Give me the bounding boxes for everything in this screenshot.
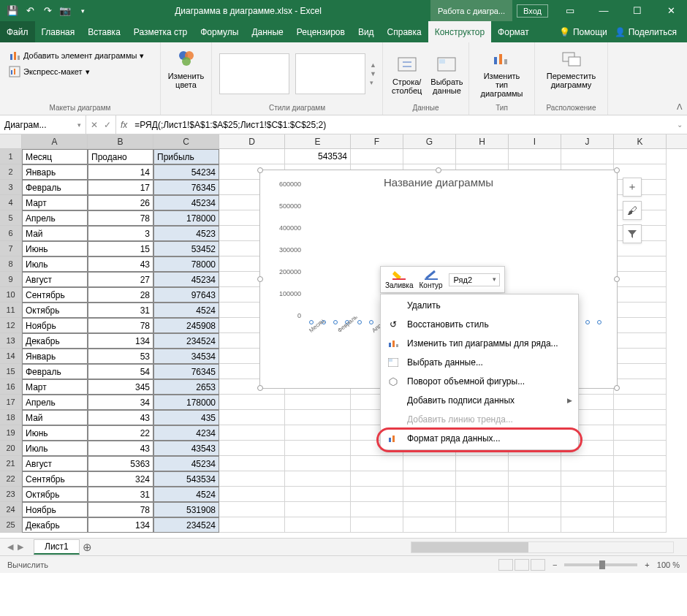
close-icon[interactable]: ✕ [655, 0, 687, 21]
minimize-icon[interactable]: — [588, 0, 620, 21]
cell[interactable]: 28 [88, 287, 153, 303]
cell[interactable]: Прибыль [153, 149, 219, 164]
cell[interactable] [561, 471, 614, 487]
cell[interactable]: Май [22, 410, 88, 425]
row-header[interactable]: 14 [0, 349, 22, 364]
cell[interactable] [614, 517, 667, 533]
cell[interactable] [285, 517, 351, 533]
tab-design[interactable]: Конструктор [428, 21, 491, 42]
cell[interactable] [614, 395, 667, 410]
cell[interactable] [219, 410, 285, 425]
cell[interactable]: 76345 [153, 364, 219, 379]
row-header[interactable]: 1 [0, 149, 22, 164]
cell[interactable] [285, 395, 351, 410]
cell[interactable] [285, 502, 351, 517]
cell[interactable]: 78 [88, 318, 153, 333]
tab-page-layout[interactable]: Разметка стр [127, 21, 194, 42]
cell[interactable]: 45234 [153, 272, 219, 287]
col-header-d[interactable]: D [219, 134, 285, 148]
cell[interactable] [561, 502, 614, 517]
col-header-e[interactable]: E [285, 134, 351, 148]
cell[interactable] [614, 272, 667, 287]
cell[interactable]: 54 [88, 364, 153, 379]
change-colors-button[interactable]: Изменить цвета [167, 45, 205, 91]
tab-review[interactable]: Рецензиров [290, 21, 352, 42]
cell[interactable]: Апрель [22, 395, 88, 410]
cell[interactable]: 543534 [153, 471, 219, 487]
ctx-select-data[interactable]: Выбрать данные... [381, 353, 578, 372]
cell[interactable] [456, 456, 509, 471]
cell[interactable]: 435 [153, 410, 219, 425]
cell[interactable] [614, 149, 667, 164]
undo-icon[interactable]: ↶ [22, 3, 38, 19]
cell[interactable]: 54234 [153, 164, 219, 180]
cell[interactable]: Октябрь [22, 487, 88, 502]
cell[interactable]: 43 [88, 256, 153, 272]
cell[interactable]: 78 [88, 210, 153, 226]
col-header-f[interactable]: F [351, 134, 403, 148]
cell[interactable]: 245908 [153, 318, 219, 333]
series-select[interactable]: Ряд2 [449, 273, 500, 286]
chart-title[interactable]: Название диаграммы [260, 170, 617, 191]
styles-scroll-down[interactable]: ▼ [370, 70, 376, 77]
col-header-h[interactable]: H [456, 134, 509, 148]
cell[interactable] [561, 149, 614, 164]
zoom-slider[interactable] [564, 563, 637, 566]
row-header[interactable]: 16 [0, 379, 22, 395]
cell[interactable] [219, 425, 285, 441]
cell[interactable]: 31 [88, 303, 153, 318]
cell[interactable] [614, 333, 667, 349]
cell[interactable] [351, 487, 403, 502]
cell[interactable] [561, 487, 614, 502]
cell[interactable]: 2653 [153, 379, 219, 395]
view-page-layout-button[interactable] [515, 559, 529, 571]
cell[interactable] [614, 379, 667, 395]
row-header[interactable]: 19 [0, 425, 22, 441]
name-box[interactable]: Диаграм...▾ [0, 115, 86, 134]
cell[interactable]: 4524 [153, 303, 219, 318]
cell[interactable] [219, 502, 285, 517]
cell[interactable]: 178000 [153, 210, 219, 226]
tell-me[interactable]: 💡 Помощи [559, 27, 607, 37]
row-header[interactable]: 24 [0, 502, 22, 517]
change-chart-type-button[interactable]: Изменить тип диаграммы [475, 45, 528, 99]
row-header[interactable]: 8 [0, 256, 22, 272]
cell[interactable] [561, 517, 614, 533]
cell[interactable]: 531908 [153, 502, 219, 517]
row-header[interactable]: 12 [0, 318, 22, 333]
cell[interactable]: Декабрь [22, 333, 88, 349]
cell[interactable]: 3 [88, 226, 153, 241]
cell[interactable]: Февраль [22, 180, 88, 195]
cell[interactable] [614, 456, 667, 471]
cell[interactable]: 17 [88, 180, 153, 195]
tab-help[interactable]: Справка [381, 21, 428, 42]
row-header[interactable]: 15 [0, 364, 22, 379]
cell[interactable]: 5363 [88, 456, 153, 471]
row-header[interactable]: 13 [0, 333, 22, 349]
col-header-c[interactable]: C [153, 134, 219, 148]
cell[interactable]: 43 [88, 441, 153, 456]
cell[interactable] [456, 471, 509, 487]
cell[interactable]: Август [22, 456, 88, 471]
add-sheet-button[interactable]: ⊕ [80, 541, 96, 554]
cell[interactable]: 43543 [153, 441, 219, 456]
cell[interactable]: Март [22, 195, 88, 210]
ribbon-options-icon[interactable]: ▭ [554, 0, 586, 21]
cell[interactable] [219, 487, 285, 502]
col-header-a[interactable]: A [22, 134, 88, 148]
cell[interactable]: 43 [88, 410, 153, 425]
view-normal-button[interactable] [498, 559, 513, 571]
select-data-button[interactable]: Выбрать данные [428, 51, 466, 96]
cell[interactable]: 134 [88, 517, 153, 533]
qat-dropdown-icon[interactable]: ▾ [75, 3, 91, 19]
cell[interactable]: 26 [88, 195, 153, 210]
save-icon[interactable]: 💾 [4, 3, 20, 19]
cell[interactable] [219, 517, 285, 533]
cell[interactable]: 34 [88, 395, 153, 410]
redo-icon[interactable]: ↷ [39, 3, 56, 19]
cell[interactable]: 324 [88, 471, 153, 487]
cell[interactable] [456, 149, 509, 164]
enter-formula-icon[interactable]: ✓ [104, 120, 111, 130]
cell[interactable]: Продано [88, 149, 153, 164]
cell[interactable] [219, 441, 285, 456]
